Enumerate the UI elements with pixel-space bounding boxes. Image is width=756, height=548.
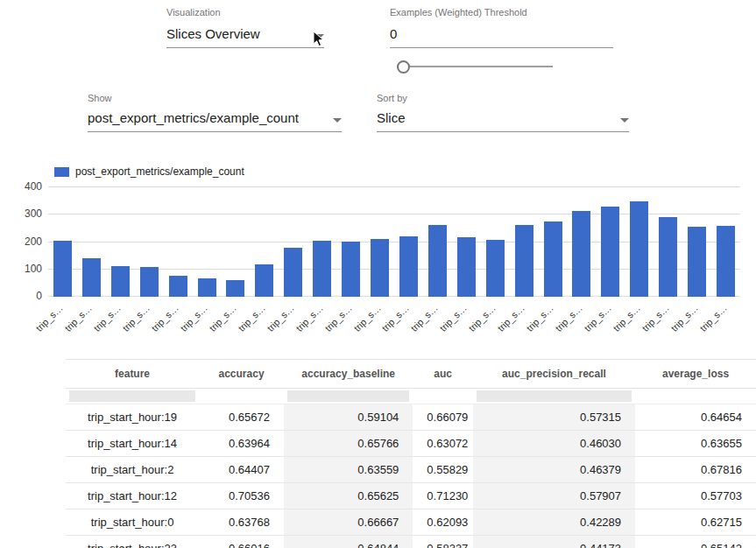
threshold-slider[interactable] [397,60,553,74]
plot-area [48,187,740,297]
column-filter-input[interactable] [287,390,409,402]
visualization-label: Visualization [166,7,221,18]
sort-by-dropdown[interactable]: Slice [377,110,629,132]
metric-cell: 0.66016 [199,536,284,548]
x-axis-label-text: trip_s… [380,303,411,334]
slicing-metrics-browser: Visualization Slices Overview Examples (… [0,0,756,548]
bar[interactable] [169,276,187,297]
bar[interactable] [630,201,648,297]
sort-by-label: Sort by [377,93,407,103]
column-filter-input[interactable] [69,390,195,402]
column-filter-input[interactable] [202,390,280,402]
x-axis-label-text: trip_s… [121,303,152,334]
bar[interactable] [198,278,216,297]
column-header[interactable]: feature [66,360,199,389]
y-tick-label: 0 [0,290,42,302]
feature-cell: trip_start_hour:0 [66,509,199,536]
bar[interactable] [457,237,476,297]
filter-cell [199,389,284,404]
metric-cell: 0.63655 [635,431,756,457]
x-axis-label-text: trip_s… [467,303,498,334]
bar[interactable] [140,267,159,297]
gridline [48,186,740,187]
threshold-input[interactable]: 0 [390,26,613,48]
feature-cell: trip_start_hour:2 [66,457,199,483]
bar[interactable] [82,258,101,297]
bar[interactable] [284,248,302,297]
bar[interactable] [111,266,130,297]
metric-cell: 0.62093 [413,509,473,536]
metric-cell: 0.59104 [284,404,413,431]
filter-cell [413,389,473,404]
show-metric-dropdown[interactable]: post_export_metrics/example_count [88,110,342,132]
bar[interactable] [399,236,418,297]
column-header[interactable]: auc [413,360,473,389]
y-tick-label: 100 [0,263,42,275]
show-label: Show [88,93,112,103]
column-filter-input[interactable] [416,390,470,402]
bar[interactable] [428,225,447,298]
threshold-label: Examples (Weighted) Threshold [390,7,527,18]
table-body: trip_start_hour:190.656720.591040.660790… [66,389,756,548]
visualization-dropdown[interactable]: Slices Overview [166,26,324,48]
x-axis-label-text: trip_s… [697,303,728,334]
bar[interactable] [371,239,389,297]
x-axis-label-text: trip_s… [92,303,123,334]
x-axis-label-text: trip_s… [63,303,94,334]
legend-swatch [54,167,69,177]
x-axis-label-text: trip_s… [639,303,670,334]
mouse-cursor-icon [313,31,325,48]
metric-cell: 0.57315 [473,404,635,431]
x-axis-label-text: trip_s… [293,303,324,334]
x-axis-label-text: trip_s… [236,303,266,334]
metric-cell: 0.62715 [635,509,756,536]
bar[interactable] [601,207,619,297]
bar[interactable] [486,240,505,297]
x-axis-label-text: trip_s… [351,303,382,334]
bar[interactable] [544,221,562,297]
column-header[interactable]: auc_precision_recall [473,360,635,389]
x-axis-label-text: trip_s… [265,303,295,334]
legend-label: post_export_metrics/example_count [75,165,244,178]
x-axis-label-text: trip_s… [582,303,612,334]
chart: 0100200300400 [0,187,756,297]
bar[interactable] [342,242,360,297]
metric-cell: 0.57703 [635,483,756,509]
column-filter-input[interactable] [639,390,752,402]
metric-cell: 0.66667 [284,509,413,536]
table-row: trip_start_hour:20.644070.635590.558290.… [66,457,756,483]
bar[interactable] [313,241,331,297]
x-axis-label-text: trip_s… [525,303,555,334]
x-axis-label-text: trip_s… [438,303,469,334]
metric-cell: 0.64844 [284,536,413,548]
bar[interactable] [688,227,706,297]
metric-cell: 0.70536 [199,483,284,509]
filter-cell [66,389,199,404]
metric-cell: 0.71230 [413,483,473,509]
x-axis-label-text: trip_s… [207,303,237,334]
metric-cell: 0.63559 [284,457,413,483]
filter-row [66,389,756,404]
metric-cell: 0.65625 [284,483,413,509]
metric-cell: 0.64654 [635,404,756,431]
slider-track[interactable] [397,66,553,67]
column-header[interactable]: average_loss [635,360,756,389]
table-row: trip_start_hour:230.660160.648440.583370… [66,536,756,548]
column-header[interactable]: accuracy_baseline [284,360,413,389]
column-filter-input[interactable] [477,390,632,402]
feature-cell: trip_start_hour:19 [66,404,199,431]
bar[interactable] [659,217,677,297]
column-header[interactable]: accuracy [199,360,284,389]
bar[interactable] [717,226,735,297]
x-axis-label-text: trip_s… [322,303,353,334]
metrics-table: featureaccuracyaccuracy_baselineaucauc_p… [66,359,756,548]
x-axis-label-text: trip_s… [553,303,583,334]
slider-knob[interactable] [397,60,410,74]
bar[interactable] [53,241,72,297]
bar[interactable] [226,280,244,297]
x-axis-label-text: trip_s… [409,303,440,334]
bar[interactable] [515,225,533,297]
bar[interactable] [572,211,590,297]
bar[interactable] [255,264,273,297]
table-row: trip_start_hour:190.656720.591040.660790… [66,404,756,431]
